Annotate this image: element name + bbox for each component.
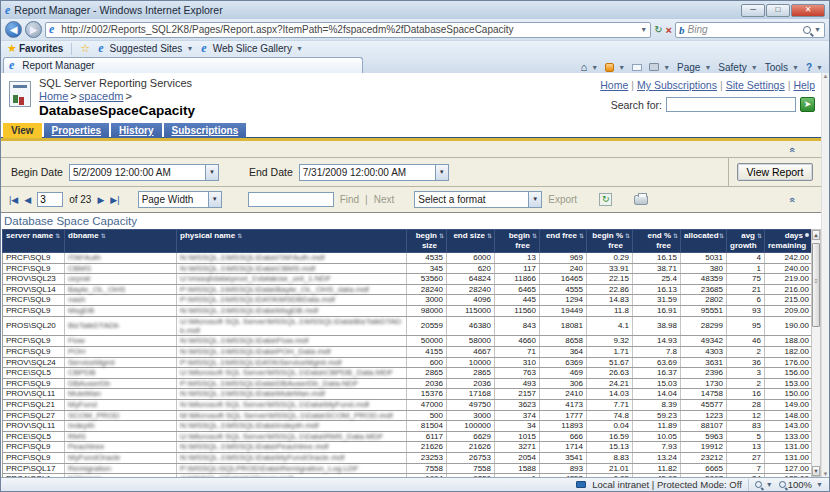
current-page-input[interactable] — [37, 192, 63, 207]
print-button[interactable]: ▼ — [649, 63, 670, 71]
scroll-down-icon[interactable]: ▼ — [812, 466, 820, 476]
col-begin-size[interactable]: begin size⇅ — [407, 230, 447, 253]
stop-icon[interactable]: × — [666, 24, 672, 36]
breadcrumb-home-link[interactable]: Home — [39, 90, 68, 102]
tools-menu[interactable]: Tools▼ — [765, 62, 799, 73]
page-scrollbar[interactable]: ▲ ▼ — [821, 73, 829, 477]
chevron-down-icon[interactable]: ▼ — [528, 192, 541, 207]
chevron-down-icon[interactable]: ▼ — [205, 165, 218, 180]
sort-icon[interactable]: ⇅ — [439, 231, 444, 241]
compatibility-view-button[interactable]: ▼ — [755, 481, 773, 488]
sorted-indicator-icon[interactable] — [805, 233, 809, 237]
zoom-select[interactable]: Page Width ▼ — [138, 191, 222, 208]
maximize-button[interactable]: □ — [766, 4, 790, 17]
search-engine-label[interactable]: Bing — [688, 24, 801, 35]
col-dbname[interactable]: dbname⇅ — [65, 230, 177, 253]
tab-subscriptions[interactable]: Subscriptions — [164, 123, 247, 138]
web-slice-gallery-button[interactable]: e Web Slice Gallery ▼ — [201, 41, 303, 56]
minimize-button[interactable]: ─ — [741, 4, 765, 17]
cell-end-pct-free: 38.71 — [633, 263, 681, 274]
sort-icon[interactable]: ⇅ — [532, 231, 537, 241]
title-bar[interactable]: e Report Manager - Windows Internet Expl… — [1, 1, 829, 19]
toolbar-collapse-chevron-icon[interactable]: « — [787, 197, 798, 202]
sort-icon[interactable]: ⇅ — [757, 231, 762, 241]
forward-button[interactable]: ▶ — [25, 21, 42, 38]
begin-date-select[interactable]: 5/2/2009 12:00:00 AM ▼ — [69, 164, 219, 181]
favorites-button[interactable]: ★ Favorites — [7, 42, 63, 55]
export-link[interactable]: Export — [548, 194, 577, 205]
collapse-chevron-icon[interactable]: « — [787, 147, 798, 152]
col-begin-free[interactable]: begin free⇅ — [495, 230, 540, 253]
sort-icon[interactable]: ⇅ — [55, 233, 60, 239]
last-page-button[interactable]: ▶| — [110, 195, 119, 205]
col-begin-pct-free[interactable]: begin % free⇅ — [587, 230, 633, 253]
next-link[interactable]: Next — [374, 194, 395, 205]
sort-icon[interactable]: ⇅ — [237, 233, 242, 239]
export-format-select[interactable]: Select a format ▼ — [414, 191, 542, 208]
help-menu[interactable]: ?▼ — [806, 62, 823, 73]
search-magnifier-icon[interactable] — [803, 26, 811, 34]
col-end-free[interactable]: end free⇅ — [540, 230, 587, 253]
home-button[interactable]: ⌂▼ — [581, 61, 599, 73]
browser-tab[interactable]: e Report Manager — [3, 57, 363, 73]
help-link[interactable]: Help — [793, 79, 815, 91]
home-link[interactable]: Home — [600, 79, 628, 91]
sort-icon[interactable]: ⇅ — [719, 231, 724, 241]
previous-page-button[interactable]: ◀ — [24, 195, 31, 205]
scroll-down-icon[interactable]: ▼ — [823, 471, 829, 477]
tab-view[interactable]: View — [3, 123, 42, 138]
url-text[interactable]: http://z002/Reports_SQL2K8/Pages/Report.… — [61, 24, 637, 35]
sort-icon[interactable]: ⇅ — [487, 231, 492, 241]
site-settings-link[interactable]: Site Settings — [726, 79, 785, 91]
my-subscriptions-link[interactable]: My Subscriptions — [637, 79, 717, 91]
sort-icon[interactable]: ⇅ — [625, 231, 630, 241]
breadcrumb-folder-link[interactable]: spacedm — [79, 90, 124, 102]
close-button[interactable]: ✕ — [791, 4, 825, 17]
sort-icon[interactable]: ⇅ — [579, 231, 584, 241]
ssrs-search-input[interactable] — [666, 97, 796, 112]
safety-menu[interactable]: Safety▼ — [718, 62, 757, 73]
suggested-sites-button[interactable]: e Suggested Sites ▼ — [98, 41, 193, 56]
address-field[interactable]: e http://z002/Reports_SQL2K8/Pages/Repor… — [45, 22, 651, 38]
search-go-button[interactable]: ➤ — [800, 97, 815, 112]
end-date-select[interactable]: 7/31/2009 12:00:00 AM ▼ — [299, 164, 449, 181]
scrollbar-thumb[interactable] — [812, 243, 820, 327]
find-link[interactable]: Find — [340, 194, 359, 205]
read-mail-button[interactable] — [632, 64, 642, 71]
feeds-button[interactable]: ▼ — [605, 63, 625, 72]
col-server-name[interactable]: server name⇅ — [3, 230, 65, 253]
next-page-button[interactable]: ▶ — [97, 195, 104, 205]
tab-history[interactable]: History — [111, 123, 161, 138]
table-header-row: server name⇅ dbname⇅ physical name⇅ begi… — [3, 230, 813, 253]
zoom-level-button[interactable]: 100% ▼ — [779, 479, 823, 490]
col-physical-name[interactable]: physical name⇅ — [177, 230, 407, 253]
sort-icon[interactable]: ⇅ — [101, 233, 106, 239]
search-dropdown-icon[interactable]: ▼ — [814, 26, 821, 33]
chevron-down-icon[interactable]: ▼ — [208, 192, 221, 207]
report-icon — [9, 81, 31, 107]
address-dropdown-icon[interactable]: ▼ — [640, 26, 647, 33]
report-scrollbar[interactable]: ▲ ▼ — [811, 229, 821, 477]
add-favorite-button[interactable]: ☆ — [80, 42, 90, 55]
back-button[interactable]: ◀ — [5, 21, 22, 38]
col-end-pct-free[interactable]: end % free⇅ — [633, 230, 681, 253]
refresh-icon[interactable]: ↻ — [654, 24, 662, 35]
find-text-input[interactable] — [248, 192, 334, 207]
tab-properties[interactable]: Properties — [44, 123, 109, 138]
sort-icon[interactable]: ⇅ — [673, 231, 678, 241]
scroll-up-icon[interactable]: ▲ — [812, 230, 820, 240]
first-page-button[interactable]: |◀ — [9, 195, 18, 205]
scroll-up-icon[interactable]: ▲ — [823, 73, 829, 79]
refresh-report-icon[interactable]: ↻ — [599, 193, 612, 206]
chevron-down-icon[interactable]: ▼ — [435, 165, 448, 180]
scrollbar-track[interactable] — [812, 240, 820, 466]
col-days-remaining[interactable]: days remaining — [765, 230, 813, 253]
view-report-button[interactable]: View Report — [737, 163, 812, 181]
page-menu[interactable]: Page▼ — [677, 62, 711, 73]
col-avg-growth[interactable]: avg growth⇅ — [727, 230, 765, 253]
print-report-icon[interactable] — [634, 195, 648, 205]
cell-server-name: PRCF\SQL9 — [3, 253, 65, 264]
col-allocated[interactable]: allocated⇅ — [681, 230, 727, 253]
search-box[interactable]: b Bing ▼ — [675, 22, 825, 38]
col-end-size[interactable]: end size⇅ — [447, 230, 495, 253]
